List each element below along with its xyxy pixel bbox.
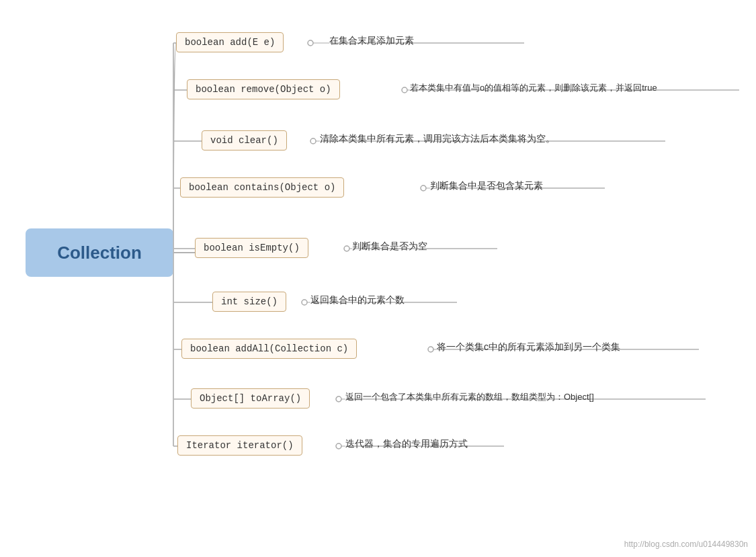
collection-label: Collection [57, 243, 142, 263]
desc-addall: 将一个类集c中的所有元素添加到另一个类集 [437, 341, 620, 353]
desc-iterator: 迭代器，集合的专用遍历方式 [345, 438, 468, 450]
watermark: http://blog.csdn.com/u014449830n [624, 540, 748, 549]
method-contains: boolean contains(Object o) [180, 177, 344, 198]
desc-toarray: 返回一个包含了本类集中所有元素的数组，数组类型为：Object[] [345, 391, 594, 403]
svg-point-36 [336, 443, 341, 449]
desc-add: 在集合末尾添加元素 [329, 35, 414, 47]
method-size: int size() [212, 292, 286, 312]
method-remove: boolean remove(Object o) [187, 79, 340, 99]
svg-point-27 [302, 300, 307, 305]
svg-point-30 [428, 347, 433, 352]
method-addall: boolean addAll(Collection c) [181, 339, 357, 359]
method-isempty: boolean isEmpty() [195, 238, 308, 258]
svg-point-18 [310, 138, 316, 144]
method-clear: void clear() [202, 130, 287, 151]
desc-remove: 若本类集中有值与o的值相等的元素，则删除该元素，并返回true [410, 82, 657, 94]
desc-size: 返回集合中的元素个数 [310, 294, 405, 306]
svg-point-24 [344, 246, 349, 251]
desc-isempty: 判断集合是否为空 [352, 241, 427, 253]
desc-clear: 清除本类集中所有元素，调用完该方法后本类集将为空。 [320, 133, 555, 145]
desc-contains: 判断集合中是否包含某元素 [430, 180, 543, 192]
collection-node: Collection [26, 228, 173, 277]
method-add: boolean add(E e) [176, 32, 284, 52]
svg-point-15 [402, 87, 407, 93]
method-toarray: Object[] toArray() [191, 388, 310, 409]
method-iterator: Iterator iterator() [177, 435, 302, 456]
canvas: Collection boolean add(E e) 在集合末尾添加元素 bo… [0, 0, 756, 557]
svg-point-33 [336, 396, 341, 402]
svg-point-12 [308, 40, 313, 46]
svg-point-21 [421, 185, 426, 191]
